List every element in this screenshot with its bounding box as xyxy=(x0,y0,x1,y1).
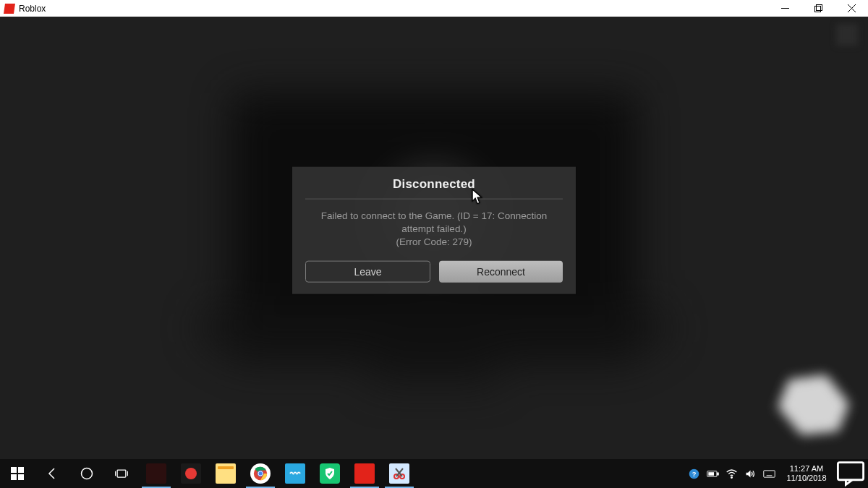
svg-point-9 xyxy=(82,468,93,479)
roblox-icon xyxy=(4,4,15,14)
taskbar-app-roblox[interactable] xyxy=(347,459,382,488)
svg-rect-34 xyxy=(838,463,863,480)
reconnect-button[interactable]: Reconnect xyxy=(439,260,563,282)
svg-rect-10 xyxy=(117,470,126,477)
dialog-message-line1: Failed to connect to the Game. (ID = 17:… xyxy=(321,210,548,234)
leave-button[interactable]: Leave xyxy=(305,260,430,282)
taskbar-app-file-explorer[interactable] xyxy=(208,459,243,488)
svg-point-26 xyxy=(731,476,732,478)
taskbar-app-snipping-tool[interactable] xyxy=(382,459,417,488)
taskbar-app-chrome[interactable] xyxy=(243,459,278,488)
svg-rect-7 xyxy=(11,474,17,480)
clock-time: 11:27 AM xyxy=(790,464,823,474)
settings-icon[interactable] xyxy=(836,24,858,46)
back-button[interactable] xyxy=(35,459,69,488)
system-tray: ? 11:27 AM 11/10/2018 xyxy=(684,459,868,488)
task-view-button[interactable] xyxy=(104,459,139,488)
tray-help-icon[interactable]: ? xyxy=(684,459,703,488)
svg-rect-8 xyxy=(18,474,24,480)
taskbar-clock[interactable]: 11:27 AM 11/10/2018 xyxy=(778,464,835,482)
dialog-message-line2: (Error Code: 279) xyxy=(396,236,472,247)
taskbar-app-1[interactable] xyxy=(139,459,174,488)
dialog-title: Disconnected xyxy=(305,177,563,200)
svg-point-16 xyxy=(259,472,263,476)
taskbar-app-5[interactable]: 〰 xyxy=(278,459,312,488)
disconnected-dialog: Disconnected Failed to connect to the Ga… xyxy=(292,167,576,294)
svg-rect-27 xyxy=(763,470,774,476)
svg-rect-24 xyxy=(717,472,718,474)
taskbar: 〰 ? xyxy=(0,459,868,488)
svg-rect-1 xyxy=(814,7,820,12)
tray-volume-icon[interactable] xyxy=(741,459,760,488)
dialog-message: Failed to connect to the Game. (ID = 17:… xyxy=(305,210,563,249)
svg-rect-2 xyxy=(816,5,822,11)
game-client-area: Disconnected Failed to connect to the Ga… xyxy=(0,17,868,459)
tray-wifi-icon[interactable] xyxy=(722,459,741,488)
window-titlebar: Roblox xyxy=(0,0,868,17)
tray-keyboard-icon[interactable] xyxy=(760,459,778,488)
cortana-button[interactable] xyxy=(69,459,104,488)
taskbar-app-security[interactable] xyxy=(312,459,347,488)
tray-battery-icon[interactable] xyxy=(703,459,722,488)
clock-date: 11/10/2018 xyxy=(786,474,826,483)
svg-text:?: ? xyxy=(692,470,696,477)
window-title: Roblox xyxy=(19,4,46,14)
svg-rect-6 xyxy=(18,467,24,473)
svg-rect-5 xyxy=(11,467,17,473)
start-button[interactable] xyxy=(0,459,35,488)
svg-rect-25 xyxy=(708,472,714,476)
close-button[interactable] xyxy=(835,0,868,17)
maximize-button[interactable] xyxy=(801,0,835,17)
minimize-button[interactable] xyxy=(768,0,801,17)
taskbar-app-recorder[interactable] xyxy=(174,459,208,488)
action-center-button[interactable] xyxy=(835,458,867,488)
cursor-icon xyxy=(472,189,483,205)
